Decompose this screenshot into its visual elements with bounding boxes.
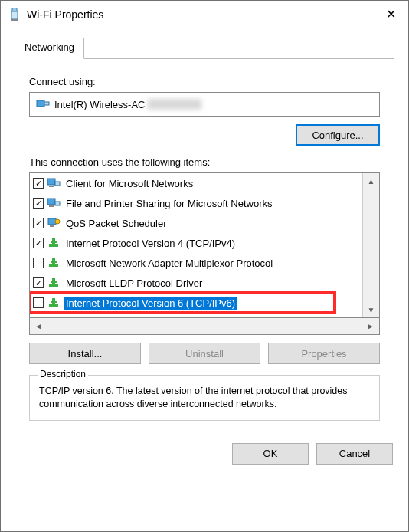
item-checkbox[interactable]: ✓ <box>33 277 44 288</box>
net-client-icon <box>47 177 61 189</box>
tab-strip: Networking <box>15 38 394 59</box>
adapter-box[interactable]: Intel(R) Wireless-AC <box>29 92 380 117</box>
scroll-right-icon[interactable]: ► <box>364 320 378 333</box>
svg-point-13 <box>55 219 60 224</box>
item-label: Microsoft LLDP Protocol Driver <box>64 277 204 290</box>
item-label: File and Printer Sharing for Microsoft N… <box>64 197 274 210</box>
uninstall-button[interactable]: Uninstall <box>149 343 260 364</box>
net-proto-icon <box>47 297 61 309</box>
svg-rect-25 <box>51 301 57 303</box>
configure-button[interactable]: Configure... <box>296 124 380 146</box>
adapter-name: Intel(R) Wireless-AC <box>54 99 145 110</box>
item-checkbox[interactable] <box>33 297 44 308</box>
properties-button[interactable]: Properties <box>268 343 380 364</box>
list-item[interactable]: ✓Internet Protocol Version 4 (TCP/IPv4) <box>30 233 362 253</box>
list-item[interactable]: ✓Microsoft LLDP Protocol Driver <box>30 273 362 293</box>
scroll-down-icon[interactable]: ▼ <box>365 304 378 316</box>
net-proto-icon <box>47 237 61 249</box>
svg-rect-0 <box>12 8 17 11</box>
scroll-up-icon[interactable]: ▲ <box>365 175 378 187</box>
list-item[interactable]: ✓QoS Packet Scheduler <box>30 213 362 233</box>
networking-panel: Connect using: Intel(R) Wireless-AC Conf… <box>15 59 394 432</box>
connect-using-label: Connect using: <box>29 76 380 87</box>
adapter-icon <box>36 99 50 110</box>
items-listbox[interactable]: ✓Client for Microsoft Networks✓File and … <box>29 172 380 318</box>
tab-networking[interactable]: Networking <box>15 38 84 59</box>
list-item[interactable]: Internet Protocol Version 6 (TCP/IPv6) <box>30 293 362 313</box>
svg-rect-12 <box>50 225 54 227</box>
item-checkbox[interactable]: ✓ <box>33 198 44 209</box>
list-item[interactable]: ✓Client for Microsoft Networks <box>30 173 362 193</box>
svg-rect-10 <box>55 202 60 205</box>
svg-rect-8 <box>47 199 55 205</box>
vertical-scrollbar[interactable]: ▲ ▼ <box>362 173 379 317</box>
svg-rect-7 <box>55 182 60 186</box>
dialog-footer: OK Cancel <box>1 432 408 475</box>
scroll-left-icon[interactable]: ◄ <box>31 320 45 333</box>
svg-rect-3 <box>37 100 44 107</box>
net-proto-icon <box>47 277 61 289</box>
svg-rect-4 <box>44 102 49 105</box>
svg-rect-22 <box>51 281 57 283</box>
adapter-model-redacted <box>148 99 201 110</box>
title-bar: Wi-Fi Properties ✕ <box>1 1 408 28</box>
description-group: Description TCP/IP version 6. The latest… <box>29 375 380 421</box>
net-share-icon <box>47 197 61 209</box>
window-title: Wi-Fi Properties <box>27 8 373 21</box>
wifi-adapter-icon <box>7 7 22 22</box>
list-item[interactable]: ✓File and Printer Sharing for Microsoft … <box>30 193 362 213</box>
svg-rect-5 <box>47 179 55 185</box>
svg-rect-16 <box>51 241 57 243</box>
item-checkbox[interactable]: ✓ <box>33 178 44 189</box>
item-label: Internet Protocol Version 4 (TCP/IPv4) <box>64 237 237 250</box>
item-label: Client for Microsoft Networks <box>64 177 195 190</box>
svg-rect-6 <box>49 186 54 187</box>
items-label: This connection uses the following items… <box>29 156 380 168</box>
svg-rect-19 <box>51 261 57 263</box>
svg-rect-1 <box>11 11 18 19</box>
net-sched-icon <box>47 217 61 229</box>
item-checkbox[interactable]: ✓ <box>33 218 44 228</box>
horizontal-scrollbar[interactable]: ◄ ► <box>29 318 380 335</box>
svg-rect-9 <box>49 205 54 207</box>
install-button[interactable]: Install... <box>29 343 141 364</box>
cancel-button[interactable]: Cancel <box>316 443 393 465</box>
close-button[interactable]: ✕ <box>373 1 408 28</box>
item-button-row: Install... Uninstall Properties <box>29 343 380 364</box>
dialog-content: Networking Connect using: Intel(R) Wirel… <box>1 28 408 432</box>
svg-rect-2 <box>11 19 18 21</box>
item-label: QoS Packet Scheduler <box>64 217 169 230</box>
description-legend: Description <box>38 369 88 379</box>
net-proto-icon <box>47 257 61 269</box>
item-checkbox[interactable] <box>33 258 44 268</box>
item-label: Internet Protocol Version 6 (TCP/IPv6) <box>64 297 237 310</box>
description-text: TCP/IP version 6. The latest version of … <box>39 385 370 411</box>
item-label: Microsoft Network Adapter Multiplexor Pr… <box>64 257 275 270</box>
item-checkbox[interactable]: ✓ <box>33 238 44 248</box>
list-item[interactable]: Microsoft Network Adapter Multiplexor Pr… <box>30 253 362 273</box>
ok-button[interactable]: OK <box>232 443 309 465</box>
